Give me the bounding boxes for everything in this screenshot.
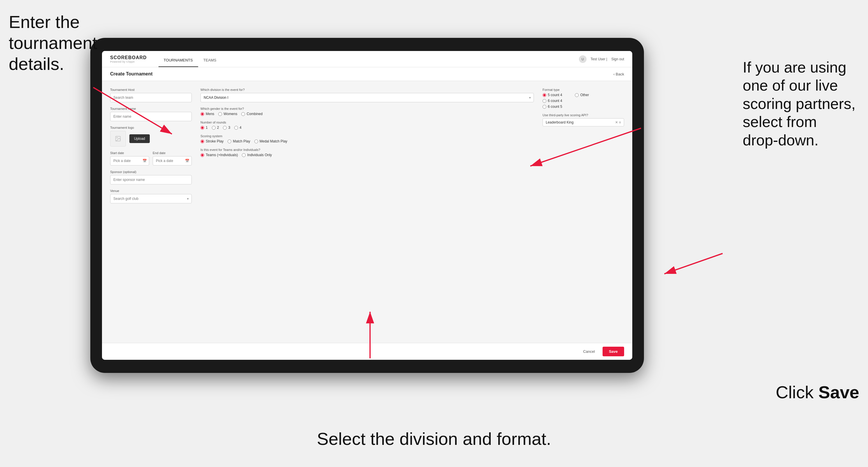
content-area: Create Tournament ‹ Back Tournament Host…	[102, 67, 632, 360]
gender-womens[interactable]: Womens	[218, 112, 237, 116]
tablet-device: SCOREBOARD Powered by Clippit TOURNAMENT…	[90, 38, 644, 373]
form-col-2: Which division is the event for? NCAA Di…	[200, 88, 534, 336]
start-date-group: Start date 📅	[110, 151, 149, 165]
sponsor-input[interactable]	[110, 175, 192, 184]
tournament-name-group: Tournament name	[110, 107, 192, 121]
venue-group: Venue	[110, 189, 192, 204]
start-date-label: Start date	[110, 151, 149, 155]
page-title: Create Tournament	[110, 71, 153, 76]
back-link[interactable]: ‹ Back	[613, 72, 624, 76]
format-6count5[interactable]: 6 count 5	[542, 104, 562, 109]
form-area: Tournament Host Tournament name Tourname…	[102, 81, 632, 343]
tournament-name-input[interactable]	[110, 112, 192, 121]
tournament-logo-group: Tournament logo Upload	[110, 126, 192, 147]
scoring-label: Scoring system	[200, 134, 534, 138]
logo-main: SCOREBOARD	[110, 55, 147, 60]
search-golf-club-input[interactable]	[110, 194, 192, 204]
end-date-group: End date 📅	[153, 151, 192, 165]
tournament-name-label: Tournament name	[110, 107, 192, 111]
tab-tournaments[interactable]: TOURNAMENTS	[158, 51, 198, 67]
annotation-bottom-center: Select the division and format.	[317, 429, 551, 449]
rounds-3[interactable]: 3	[223, 126, 230, 130]
save-bold: Save	[818, 382, 859, 402]
navbar-right: U Test User | Sign out	[579, 55, 624, 63]
gender-label: Which gender is the event for?	[200, 107, 534, 111]
sponsor-label: Sponsor (optional)	[110, 170, 192, 174]
scoring-radio-row: Stroke Play Match Play Medal Match Play	[200, 139, 534, 143]
navbar: SCOREBOARD Powered by Clippit TOURNAMENT…	[102, 51, 632, 67]
scoring-medal[interactable]: Medal Match Play	[254, 139, 287, 143]
user-label: Test User |	[591, 57, 607, 61]
annotation-bottom-right: Click Save	[776, 382, 859, 403]
scoring-stroke[interactable]: Stroke Play	[200, 139, 223, 143]
live-scoring-label: Use third-party live scoring API?	[542, 113, 624, 117]
live-scoring-value: Leaderboard King	[546, 120, 574, 124]
format-row-3: 6 count 5	[542, 104, 624, 109]
venue-label: Venue	[110, 189, 192, 193]
scoring-group: Scoring system Stroke Play Match Play Me…	[200, 134, 534, 143]
rounds-label: Number of rounds	[200, 121, 534, 124]
rounds-radio-row: 1 2 3 4	[200, 126, 534, 130]
format-row-1: 5 count 4 Other	[542, 93, 624, 97]
format-6count4[interactable]: 6 count 4	[542, 99, 562, 103]
form-col-3: Format type 5 count 4 Other	[542, 88, 624, 336]
save-button[interactable]: Save	[602, 347, 624, 356]
rounds-4[interactable]: 4	[234, 126, 242, 130]
format-radio-group: 5 count 4 Other 6 count 4	[542, 93, 624, 109]
search-team-input[interactable]	[110, 93, 192, 102]
calendar-icon: 📅	[143, 159, 147, 163]
sponsor-group: Sponsor (optional)	[110, 170, 192, 184]
form-footer: Cancel Save	[102, 343, 632, 360]
tournament-host-group: Tournament Host	[110, 88, 192, 102]
format-type-group: Format type 5 count 4 Other	[542, 88, 624, 109]
event-individuals[interactable]: Individuals Only	[242, 153, 272, 157]
avatar: U	[579, 55, 587, 63]
logo-upload: Upload	[110, 131, 192, 147]
format-5count4[interactable]: 5 count 4	[542, 93, 562, 97]
end-date-wrapper: 📅	[153, 156, 192, 165]
gender-mens[interactable]: Mens	[200, 112, 214, 116]
live-scoring-group: Use third-party live scoring API? Leader…	[542, 113, 624, 126]
calendar-icon-2: 📅	[185, 159, 189, 163]
tablet-screen: SCOREBOARD Powered by Clippit TOURNAMENT…	[102, 51, 632, 360]
cancel-button[interactable]: Cancel	[579, 347, 599, 356]
venue-select-wrapper	[110, 194, 192, 204]
tournament-logo-label: Tournament logo	[110, 126, 192, 129]
annotation-top-right: If you are usingone of our livescoring p…	[743, 58, 865, 149]
rounds-2[interactable]: 2	[212, 126, 219, 130]
live-scoring-remove[interactable]: ✕ ≡	[615, 120, 621, 124]
gender-group: Which gender is the event for? Mens Wome…	[200, 107, 534, 116]
rounds-group: Number of rounds 1 2 3	[200, 121, 534, 130]
logo-sub: Powered by Clippit	[110, 60, 147, 63]
event-teams[interactable]: Teams (+Individuals)	[200, 153, 238, 157]
logo-placeholder	[110, 131, 126, 147]
navbar-tabs: TOURNAMENTS TEAMS	[158, 51, 222, 67]
svg-line-5	[664, 253, 723, 274]
annotation-top-left: Enter thetournamentdetails.	[9, 12, 97, 74]
tournament-host-label: Tournament Host	[110, 88, 192, 91]
format-other[interactable]: Other	[575, 93, 589, 97]
svg-point-1	[117, 137, 117, 138]
event-type-group: Is this event for Teams and/or Individua…	[200, 148, 534, 157]
end-date-label: End date	[153, 151, 192, 155]
division-label: Which division is the event for?	[200, 88, 534, 91]
gender-combined[interactable]: Combined	[241, 112, 262, 116]
division-select-wrapper: NCAA Division I NCAA Division II NCAA Di…	[200, 93, 534, 102]
tab-teams[interactable]: TEAMS	[198, 51, 222, 67]
form-col-1: Tournament Host Tournament name Tourname…	[110, 88, 192, 336]
live-scoring-tag: Leaderboard King ✕ ≡	[542, 118, 624, 126]
page-header: Create Tournament ‹ Back	[102, 67, 632, 81]
scoring-match[interactable]: Match Play	[227, 139, 250, 143]
signout-link[interactable]: Sign out	[611, 57, 624, 61]
division-group: Which division is the event for? NCAA Di…	[200, 88, 534, 102]
start-date-wrapper: 📅	[110, 156, 149, 165]
upload-button[interactable]: Upload	[129, 134, 150, 143]
date-row: Start date 📅 End date 📅	[110, 151, 192, 165]
format-type-label: Format type	[542, 88, 624, 91]
event-type-label: Is this event for Teams and/or Individua…	[200, 148, 534, 152]
division-select[interactable]: NCAA Division I NCAA Division II NCAA Di…	[200, 93, 534, 102]
format-row-2: 6 count 4	[542, 99, 624, 103]
event-type-radio-row: Teams (+Individuals) Individuals Only	[200, 153, 534, 157]
rounds-1[interactable]: 1	[200, 126, 208, 130]
app-logo: SCOREBOARD Powered by Clippit	[110, 55, 147, 63]
